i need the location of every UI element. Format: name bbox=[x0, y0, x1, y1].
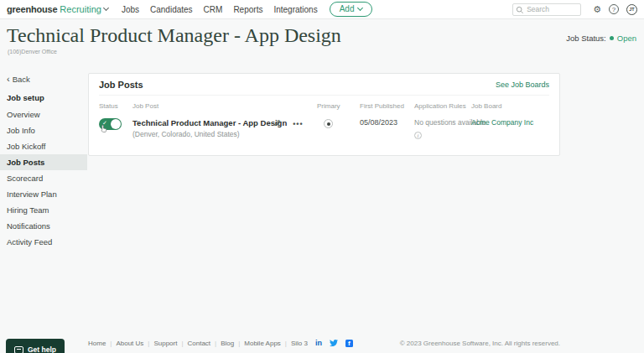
footer-link-blog[interactable]: Blog bbox=[221, 340, 234, 347]
nav-item-integrations[interactable]: Integrations bbox=[273, 5, 317, 14]
sidebar-section-job-setup: Job setup bbox=[0, 87, 87, 106]
copyright-text: © 2023 Greenhouse Software, Inc. All rig… bbox=[400, 340, 560, 347]
job-post-title[interactable]: Technical Product Manager - App Design bbox=[132, 118, 273, 127]
add-button-label: Add bbox=[340, 4, 355, 13]
back-chevron-icon: ‹ bbox=[7, 74, 10, 84]
edit-pencil-icon[interactable]: ✎ bbox=[273, 119, 281, 128]
status-dot-icon bbox=[610, 36, 614, 40]
greenhouse-app-window: greenhouse Recruiting Jobs Candidates CR… bbox=[0, 0, 644, 353]
sidebar-item-overview[interactable]: Overview bbox=[0, 106, 87, 122]
page-footer: Home| About Us| Support| Contact| Blog| … bbox=[88, 339, 560, 347]
job-post-table-row: ✓ Technical Product Manager - App Design… bbox=[99, 118, 549, 139]
job-posts-card-header: Job Posts See Job Boards bbox=[99, 74, 549, 96]
column-header-job-board: Job Board bbox=[471, 102, 551, 110]
global-search[interactable] bbox=[512, 3, 581, 16]
job-setup-sidebar: ‹Back Job setup Overview Job Info Job Ki… bbox=[0, 70, 87, 250]
primary-radio-selected[interactable] bbox=[324, 119, 333, 128]
twitter-icon[interactable] bbox=[330, 339, 338, 347]
job-posts-table-header: Status Job Post Primary First Published … bbox=[99, 102, 549, 110]
chat-bubble-icon bbox=[14, 346, 23, 353]
nav-item-crm[interactable]: CRM bbox=[204, 5, 223, 14]
job-post-cell: Technical Product Manager - App Design (… bbox=[132, 118, 317, 138]
primary-nav: Jobs Candidates CRM Reports Integrations bbox=[122, 5, 318, 14]
facebook-icon[interactable]: f bbox=[345, 340, 353, 347]
divider: | bbox=[238, 340, 240, 347]
status-cell: ✓ bbox=[99, 118, 122, 130]
footer-link-home[interactable]: Home bbox=[88, 340, 106, 347]
primary-cell bbox=[317, 118, 360, 128]
nav-item-jobs[interactable]: Jobs bbox=[122, 5, 139, 14]
get-help-label: Get help bbox=[28, 345, 56, 353]
card-title: Job Posts bbox=[99, 80, 143, 90]
chevron-down-icon bbox=[103, 5, 109, 11]
job-board-link[interactable]: Acme Company Inc bbox=[471, 118, 551, 127]
divider: | bbox=[285, 340, 287, 347]
hand-cursor-icon bbox=[99, 124, 108, 133]
radio-dot bbox=[327, 122, 331, 127]
footer-link-contact[interactable]: Contact bbox=[188, 340, 211, 347]
more-options-icon[interactable]: ••• bbox=[293, 121, 303, 128]
info-icon[interactable]: i bbox=[414, 132, 422, 139]
nav-item-reports[interactable]: Reports bbox=[233, 5, 262, 14]
chevron-down-icon bbox=[357, 4, 363, 10]
column-header-job-post: Job Post bbox=[132, 102, 317, 110]
footer-link-silo-3[interactable]: Silo 3 bbox=[291, 340, 308, 347]
divider: | bbox=[110, 340, 112, 347]
column-header-application-rules: Application Rules bbox=[414, 102, 471, 110]
job-posts-card: Job Posts See Job Boards Status Job Post… bbox=[88, 73, 560, 156]
gear-icon[interactable]: ⚙ bbox=[593, 5, 601, 14]
job-status-value[interactable]: Open bbox=[617, 34, 636, 43]
sidebar-item-job-kickoff[interactable]: Job Kickoff bbox=[0, 138, 87, 154]
nav-item-candidates[interactable]: Candidates bbox=[150, 5, 193, 14]
help-icon[interactable]: ? bbox=[609, 4, 619, 14]
job-requisition-office: (106)Denver Office bbox=[8, 49, 57, 55]
sidebar-item-interview-plan[interactable]: Interview Plan bbox=[0, 186, 87, 202]
footer-link-mobile-apps[interactable]: Mobile Apps bbox=[244, 340, 281, 347]
sidebar-item-notifications[interactable]: Notifications bbox=[0, 218, 87, 234]
page-title: Technical Product Manager - App Design bbox=[7, 24, 341, 47]
column-header-first-published: First Published bbox=[360, 102, 414, 110]
brand-menu[interactable]: greenhouse Recruiting bbox=[7, 4, 108, 14]
toggle-knob bbox=[111, 119, 121, 129]
brand-wordmark: greenhouse bbox=[7, 4, 57, 14]
application-rules-cell: No questions available i bbox=[414, 118, 471, 139]
sidebar-item-hiring-team[interactable]: Hiring Team bbox=[0, 202, 87, 218]
user-avatar[interactable]: JT bbox=[626, 4, 637, 15]
footer-link-support[interactable]: Support bbox=[153, 340, 177, 347]
footer-link-about-us[interactable]: About Us bbox=[116, 340, 143, 347]
see-job-boards-link[interactable]: See Job Boards bbox=[496, 80, 549, 89]
search-input[interactable] bbox=[527, 4, 579, 15]
add-button[interactable]: Add bbox=[330, 2, 373, 17]
job-post-text: Technical Product Manager - App Design (… bbox=[132, 118, 273, 138]
sidebar-item-job-info[interactable]: Job Info bbox=[0, 122, 87, 138]
back-link[interactable]: ‹Back bbox=[0, 70, 87, 87]
footer-links: Home| About Us| Support| Contact| Blog| … bbox=[88, 339, 353, 347]
first-published-cell: 05/08/2023 bbox=[360, 118, 414, 127]
top-navigation-bar: greenhouse Recruiting Jobs Candidates CR… bbox=[0, 0, 644, 19]
sidebar-item-scorecard[interactable]: Scorecard bbox=[0, 170, 87, 186]
get-help-widget[interactable]: Get help bbox=[6, 339, 65, 353]
column-header-primary: Primary bbox=[317, 102, 360, 110]
job-post-location: (Denver, Colorado, United States) bbox=[132, 130, 273, 138]
job-status: Job Status: Open bbox=[566, 34, 636, 43]
linkedin-icon[interactable]: in bbox=[315, 339, 322, 347]
divider: | bbox=[215, 340, 216, 347]
sidebar-item-job-posts[interactable]: Job Posts bbox=[0, 154, 87, 170]
divider: | bbox=[181, 340, 183, 347]
column-header-status: Status bbox=[99, 102, 132, 110]
search-icon bbox=[516, 6, 524, 14]
sidebar-item-activity-feed[interactable]: Activity Feed bbox=[0, 234, 87, 250]
job-status-label: Job Status: bbox=[566, 34, 606, 43]
back-label: Back bbox=[13, 75, 30, 84]
divider: | bbox=[148, 340, 149, 347]
brand-product-name: Recruiting bbox=[60, 4, 101, 14]
application-rules-text: No questions available bbox=[414, 118, 471, 127]
